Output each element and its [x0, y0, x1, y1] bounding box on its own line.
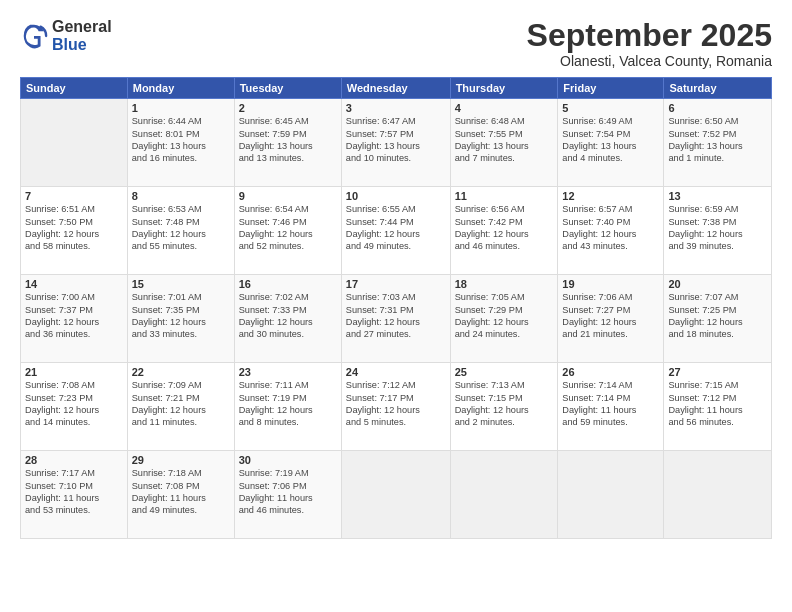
day-number: 16: [239, 278, 337, 290]
weekday-header-thursday: Thursday: [450, 78, 558, 99]
day-info: Sunrise: 7:06 AM Sunset: 7:27 PM Dayligh…: [562, 291, 659, 341]
day-number: 2: [239, 102, 337, 114]
calendar-cell: 30Sunrise: 7:19 AM Sunset: 7:06 PM Dayli…: [234, 451, 341, 539]
calendar-cell: [21, 99, 128, 187]
calendar-cell: 5Sunrise: 6:49 AM Sunset: 7:54 PM Daylig…: [558, 99, 664, 187]
day-number: 6: [668, 102, 767, 114]
day-number: 22: [132, 366, 230, 378]
day-number: 23: [239, 366, 337, 378]
calendar-cell: 17Sunrise: 7:03 AM Sunset: 7:31 PM Dayli…: [341, 275, 450, 363]
calendar-cell: 7Sunrise: 6:51 AM Sunset: 7:50 PM Daylig…: [21, 187, 128, 275]
day-number: 20: [668, 278, 767, 290]
day-info: Sunrise: 7:18 AM Sunset: 7:08 PM Dayligh…: [132, 467, 230, 517]
weekday-header-row: SundayMondayTuesdayWednesdayThursdayFrid…: [21, 78, 772, 99]
day-info: Sunrise: 7:05 AM Sunset: 7:29 PM Dayligh…: [455, 291, 554, 341]
calendar-cell: [664, 451, 772, 539]
day-number: 8: [132, 190, 230, 202]
location-subtitle: Olanesti, Valcea County, Romania: [527, 53, 772, 69]
calendar-cell: [558, 451, 664, 539]
calendar-cell: 21Sunrise: 7:08 AM Sunset: 7:23 PM Dayli…: [21, 363, 128, 451]
day-number: 4: [455, 102, 554, 114]
day-number: 3: [346, 102, 446, 114]
day-number: 18: [455, 278, 554, 290]
calendar-cell: 8Sunrise: 6:53 AM Sunset: 7:48 PM Daylig…: [127, 187, 234, 275]
day-number: 12: [562, 190, 659, 202]
day-info: Sunrise: 6:57 AM Sunset: 7:40 PM Dayligh…: [562, 203, 659, 253]
calendar-cell: 28Sunrise: 7:17 AM Sunset: 7:10 PM Dayli…: [21, 451, 128, 539]
day-info: Sunrise: 6:53 AM Sunset: 7:48 PM Dayligh…: [132, 203, 230, 253]
day-number: 19: [562, 278, 659, 290]
calendar-cell: 27Sunrise: 7:15 AM Sunset: 7:12 PM Dayli…: [664, 363, 772, 451]
calendar-cell: 25Sunrise: 7:13 AM Sunset: 7:15 PM Dayli…: [450, 363, 558, 451]
weekday-header-tuesday: Tuesday: [234, 78, 341, 99]
day-number: 17: [346, 278, 446, 290]
day-number: 11: [455, 190, 554, 202]
calendar-cell: [450, 451, 558, 539]
calendar-cell: 16Sunrise: 7:02 AM Sunset: 7:33 PM Dayli…: [234, 275, 341, 363]
calendar-cell: 19Sunrise: 7:06 AM Sunset: 7:27 PM Dayli…: [558, 275, 664, 363]
weekday-header-saturday: Saturday: [664, 78, 772, 99]
logo-blue-text: Blue: [52, 36, 87, 53]
day-info: Sunrise: 6:49 AM Sunset: 7:54 PM Dayligh…: [562, 115, 659, 165]
day-number: 15: [132, 278, 230, 290]
day-info: Sunrise: 7:11 AM Sunset: 7:19 PM Dayligh…: [239, 379, 337, 429]
day-number: 7: [25, 190, 123, 202]
calendar-cell: 20Sunrise: 7:07 AM Sunset: 7:25 PM Dayli…: [664, 275, 772, 363]
day-info: Sunrise: 6:45 AM Sunset: 7:59 PM Dayligh…: [239, 115, 337, 165]
day-number: 27: [668, 366, 767, 378]
day-info: Sunrise: 6:44 AM Sunset: 8:01 PM Dayligh…: [132, 115, 230, 165]
day-info: Sunrise: 7:08 AM Sunset: 7:23 PM Dayligh…: [25, 379, 123, 429]
calendar-cell: 12Sunrise: 6:57 AM Sunset: 7:40 PM Dayli…: [558, 187, 664, 275]
calendar-cell: 15Sunrise: 7:01 AM Sunset: 7:35 PM Dayli…: [127, 275, 234, 363]
month-title: September 2025: [527, 18, 772, 53]
logo-general-text: General: [52, 18, 112, 35]
weekday-header-wednesday: Wednesday: [341, 78, 450, 99]
calendar-week-4: 21Sunrise: 7:08 AM Sunset: 7:23 PM Dayli…: [21, 363, 772, 451]
calendar-week-1: 1Sunrise: 6:44 AM Sunset: 8:01 PM Daylig…: [21, 99, 772, 187]
calendar-week-2: 7Sunrise: 6:51 AM Sunset: 7:50 PM Daylig…: [21, 187, 772, 275]
calendar-cell: 2Sunrise: 6:45 AM Sunset: 7:59 PM Daylig…: [234, 99, 341, 187]
logo: General Blue: [20, 18, 112, 53]
day-number: 26: [562, 366, 659, 378]
day-info: Sunrise: 7:00 AM Sunset: 7:37 PM Dayligh…: [25, 291, 123, 341]
calendar-cell: 4Sunrise: 6:48 AM Sunset: 7:55 PM Daylig…: [450, 99, 558, 187]
calendar-cell: 1Sunrise: 6:44 AM Sunset: 8:01 PM Daylig…: [127, 99, 234, 187]
weekday-header-friday: Friday: [558, 78, 664, 99]
day-number: 5: [562, 102, 659, 114]
day-number: 24: [346, 366, 446, 378]
day-info: Sunrise: 7:07 AM Sunset: 7:25 PM Dayligh…: [668, 291, 767, 341]
day-info: Sunrise: 6:55 AM Sunset: 7:44 PM Dayligh…: [346, 203, 446, 253]
calendar-table: SundayMondayTuesdayWednesdayThursdayFrid…: [20, 77, 772, 539]
day-number: 30: [239, 454, 337, 466]
calendar-cell: 6Sunrise: 6:50 AM Sunset: 7:52 PM Daylig…: [664, 99, 772, 187]
day-info: Sunrise: 6:56 AM Sunset: 7:42 PM Dayligh…: [455, 203, 554, 253]
day-number: 10: [346, 190, 446, 202]
day-number: 9: [239, 190, 337, 202]
day-info: Sunrise: 6:48 AM Sunset: 7:55 PM Dayligh…: [455, 115, 554, 165]
calendar-cell: 26Sunrise: 7:14 AM Sunset: 7:14 PM Dayli…: [558, 363, 664, 451]
day-info: Sunrise: 6:54 AM Sunset: 7:46 PM Dayligh…: [239, 203, 337, 253]
day-info: Sunrise: 7:09 AM Sunset: 7:21 PM Dayligh…: [132, 379, 230, 429]
calendar-cell: 13Sunrise: 6:59 AM Sunset: 7:38 PM Dayli…: [664, 187, 772, 275]
calendar-cell: 14Sunrise: 7:00 AM Sunset: 7:37 PM Dayli…: [21, 275, 128, 363]
day-number: 1: [132, 102, 230, 114]
calendar-cell: [341, 451, 450, 539]
day-info: Sunrise: 7:01 AM Sunset: 7:35 PM Dayligh…: [132, 291, 230, 341]
day-info: Sunrise: 7:14 AM Sunset: 7:14 PM Dayligh…: [562, 379, 659, 429]
day-info: Sunrise: 7:12 AM Sunset: 7:17 PM Dayligh…: [346, 379, 446, 429]
day-info: Sunrise: 7:03 AM Sunset: 7:31 PM Dayligh…: [346, 291, 446, 341]
calendar-cell: 29Sunrise: 7:18 AM Sunset: 7:08 PM Dayli…: [127, 451, 234, 539]
day-info: Sunrise: 7:02 AM Sunset: 7:33 PM Dayligh…: [239, 291, 337, 341]
day-number: 14: [25, 278, 123, 290]
weekday-header-sunday: Sunday: [21, 78, 128, 99]
day-info: Sunrise: 6:47 AM Sunset: 7:57 PM Dayligh…: [346, 115, 446, 165]
logo-icon: [20, 22, 48, 50]
day-info: Sunrise: 6:50 AM Sunset: 7:52 PM Dayligh…: [668, 115, 767, 165]
day-number: 28: [25, 454, 123, 466]
calendar-cell: 11Sunrise: 6:56 AM Sunset: 7:42 PM Dayli…: [450, 187, 558, 275]
calendar-cell: 24Sunrise: 7:12 AM Sunset: 7:17 PM Dayli…: [341, 363, 450, 451]
calendar-cell: 9Sunrise: 6:54 AM Sunset: 7:46 PM Daylig…: [234, 187, 341, 275]
title-block: September 2025 Olanesti, Valcea County, …: [527, 18, 772, 69]
calendar-cell: 10Sunrise: 6:55 AM Sunset: 7:44 PM Dayli…: [341, 187, 450, 275]
calendar-cell: 18Sunrise: 7:05 AM Sunset: 7:29 PM Dayli…: [450, 275, 558, 363]
